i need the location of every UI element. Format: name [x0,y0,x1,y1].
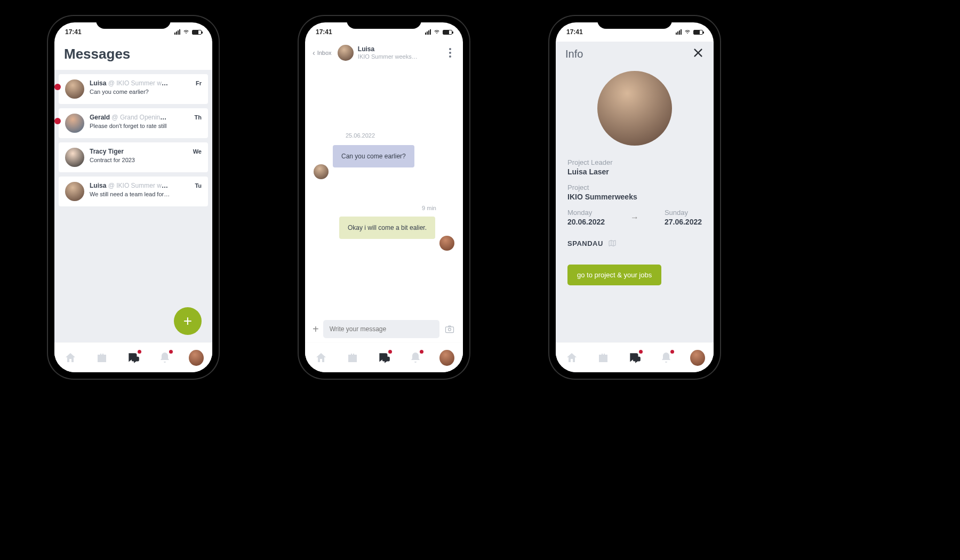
profile-avatar [189,350,204,366]
message-preview: We still need a team lead for… [90,191,202,197]
nav-badge [388,350,392,354]
notch [597,16,672,29]
avatar [65,114,84,133]
nav-messages[interactable] [377,350,391,365]
nav-badge [169,350,173,354]
start-day-label: Monday [567,209,605,217]
page-title: Messages [64,46,203,62]
message-row[interactable]: Gerald @ Grand Opening… Th Please don't … [59,108,208,138]
nav-home[interactable] [564,350,579,365]
signal-icon [676,29,682,35]
briefcase-icon [346,351,359,364]
nav-badge [420,350,423,354]
bottom-nav [305,342,463,372]
message-day: Tu [195,182,202,189]
location-value: SPANDAU [567,239,603,247]
briefcase-icon [95,351,108,364]
message-name: Tracy Tiger [90,148,124,155]
wifi-icon [433,29,441,35]
message-row[interactable]: Luisa @ IKIO Summer we… Tu We still need… [59,177,208,206]
nav-notifications[interactable] [157,350,172,365]
leader-avatar [597,71,672,146]
message-preview: Please don't forget to rate still [90,123,202,129]
status-time: 17:41 [65,28,82,36]
project-value: IKIO Summerweeks [567,193,702,201]
svg-rect-0 [446,327,454,333]
camera-button[interactable] [444,323,455,335]
home-icon [565,351,578,364]
nav-jobs[interactable] [596,350,611,365]
message-day: Fr [196,80,202,86]
chat-thread: 25.06.2022 Can you come earlier? 9 min O… [305,65,463,316]
avatar [338,45,354,61]
nav-badge [639,350,643,354]
nav-profile[interactable] [690,350,705,365]
notch [347,16,421,29]
phone-info: 17:41 Info Project Leader Luisa Laser Pr… [549,16,720,379]
message-input[interactable] [323,320,439,338]
avatar [65,79,84,99]
nav-home[interactable] [63,350,78,365]
message-preview: Contract for 2023 [90,157,202,163]
unread-indicator [54,118,61,124]
message-day: Th [195,114,202,121]
incoming-message-bubble: Can you come earlier? [333,145,414,167]
battery-icon [192,30,202,35]
date-range: Monday 20.06.2022 → Sunday 27.06.2022 [567,209,702,226]
chat-user-context: IKIO Summer weeks… [358,53,418,60]
outgoing-message-bubble: Okay i will come a bit ealier. [339,217,435,239]
profile-avatar [439,350,454,366]
nav-notifications[interactable] [408,350,423,365]
signal-icon [174,29,180,35]
home-icon [315,351,327,364]
phone-messages: 17:41 Messages Luisa @ IKIO Summer we… [48,16,219,379]
start-date: 20.06.2022 [567,218,605,226]
profile-avatar [690,350,705,366]
battery-icon [443,30,452,35]
phone-chat: 17:41 ‹ Inbox Luisa IKIO Summer weeks… [299,16,469,379]
new-message-button[interactable]: + [174,307,202,335]
more-options-button[interactable] [445,48,455,58]
nav-home[interactable] [314,350,329,365]
nav-notifications[interactable] [659,350,674,365]
home-icon [64,351,77,364]
avatar [439,236,454,251]
message-preview: Can you come earlier? [90,89,202,95]
nav-jobs[interactable] [345,350,360,365]
close-button[interactable] [692,46,704,62]
leader-label: Project Leader [567,158,702,166]
message-name: Gerald @ Grand Opening… [90,114,170,121]
info-body: Project Leader Luisa Laser Project IKIO … [556,65,714,289]
go-to-project-button[interactable]: go to project & your jobs [567,265,661,285]
message-row[interactable]: Tracy Tiger We Contract for 2023 [59,142,208,172]
chevron-left-icon: ‹ [313,49,315,57]
status-icons [174,29,202,35]
chat-user-info[interactable]: Luisa IKIO Summer weeks… [317,45,438,61]
leader-value: Luisa Laser [567,167,702,176]
close-icon [692,47,704,59]
nav-badge [138,350,141,354]
message-row[interactable]: Luisa @ IKIO Summer we… Fr Can you come … [59,74,208,104]
wifi-icon [684,29,691,35]
nav-profile[interactable] [439,350,454,365]
plus-icon: + [183,313,192,330]
page-title: Info [565,48,583,60]
nav-profile[interactable] [189,350,204,365]
nav-messages[interactable] [627,350,642,365]
svg-point-1 [449,328,451,331]
info-header: Info [556,42,714,65]
arrow-right-icon: → [630,213,639,222]
nav-jobs[interactable] [94,350,109,365]
project-label: Project [567,183,702,191]
briefcase-icon [597,351,610,364]
bottom-nav [556,342,714,372]
attach-button[interactable]: + [313,323,319,335]
location-row[interactable]: SPANDAU [567,239,702,247]
messages-list: Luisa @ IKIO Summer we… Fr Can you come … [54,70,212,342]
battery-icon [693,30,703,35]
wifi-icon [182,29,190,35]
avatar [65,148,84,167]
chat-user-name: Luisa [358,45,418,53]
nav-messages[interactable] [126,350,141,365]
bottom-nav [54,342,212,372]
